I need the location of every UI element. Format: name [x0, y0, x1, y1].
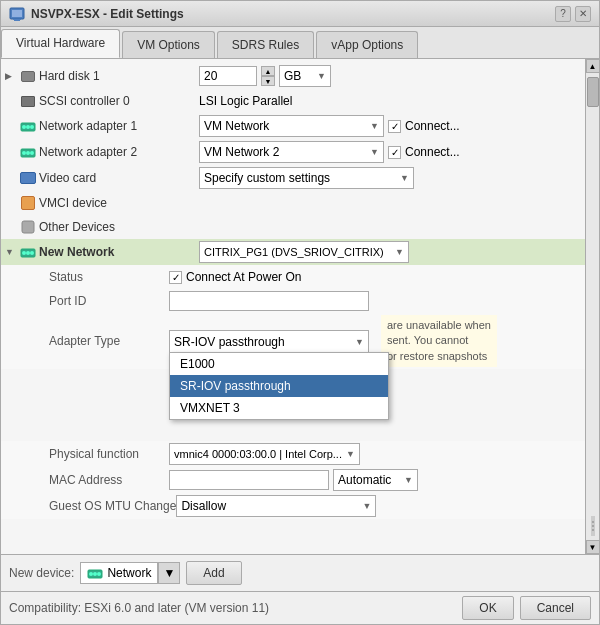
title-bar: NSVPX-ESX - Edit Settings ? ✕	[1, 1, 599, 27]
net1-select-text: VM Network	[204, 119, 269, 133]
dropdown-item-sriov[interactable]: SR-IOV passthrough	[170, 375, 388, 397]
hard-disk-expand[interactable]: ▶	[5, 71, 19, 81]
net2-select[interactable]: VM Network 2 ▼	[199, 141, 384, 163]
mac-addr-sub-row: MAC Address Automatic ▼	[1, 467, 585, 493]
net2-connect-label: Connect...	[405, 145, 460, 159]
net1-select[interactable]: VM Network ▼	[199, 115, 384, 137]
physical-fn-text: vmnic4 0000:03:00.0 | Intel Corp...	[174, 448, 342, 460]
mac-addr-value: Automatic ▼	[169, 469, 581, 491]
svg-point-18	[89, 572, 93, 576]
adapter-type-arrow: ▼	[355, 337, 364, 347]
svg-point-7	[30, 125, 34, 129]
scroll-thumb[interactable]	[587, 77, 599, 107]
svg-point-11	[30, 151, 34, 155]
guest-mtu-select[interactable]: Disallow ▼	[176, 495, 376, 517]
add-button[interactable]: Add	[186, 561, 241, 585]
svg-rect-2	[13, 19, 21, 20]
net1-checkbox[interactable]: ✓	[388, 120, 401, 133]
svg-rect-3	[14, 20, 20, 21]
window-icon	[9, 6, 25, 22]
hard-disk-input[interactable]	[199, 66, 257, 86]
guest-mtu-arrow: ▼	[362, 501, 371, 511]
scrollbar[interactable]: ▲ ▼	[585, 59, 599, 554]
unit-arrow-icon: ▼	[317, 71, 326, 81]
dropdown-item-e1000[interactable]: E1000	[170, 353, 388, 375]
new-device-dropdown-arrow[interactable]: ▼	[158, 563, 179, 583]
scroll-up-button[interactable]: ▲	[586, 59, 600, 73]
mac-mode-text: Automatic	[338, 473, 391, 487]
tab-vm-options[interactable]: VM Options	[122, 31, 215, 58]
net1-connect-label: Connect...	[405, 119, 460, 133]
tab-virtual-hardware[interactable]: Virtual Hardware	[1, 29, 120, 58]
adapter-type-select[interactable]: SR-IOV passthrough ▼	[169, 330, 369, 352]
adapter-type-sub-row: Adapter Type SR-IOV passthrough ▼ E1000 …	[1, 313, 585, 369]
help-button[interactable]: ?	[555, 6, 571, 22]
mac-addr-input[interactable]	[169, 470, 329, 490]
resize-handle[interactable]	[591, 516, 595, 536]
video-value: Specify custom settings ▼	[199, 167, 581, 189]
mac-mode-select[interactable]: Automatic ▼	[333, 469, 418, 491]
net1-connect: ✓ Connect...	[388, 119, 460, 133]
svg-point-16	[30, 251, 34, 255]
dropdown-arrow-icon: ▼	[163, 566, 175, 580]
port-id-value	[169, 291, 581, 311]
video-select[interactable]: Specify custom settings ▼	[199, 167, 414, 189]
tab-vapp-options[interactable]: vApp Options	[316, 31, 418, 58]
new-network-select[interactable]: CITRIX_PG1 (DVS_SRIOV_CITRIX) ▼	[199, 241, 409, 263]
hard-disk-unit[interactable]: GB ▼	[279, 65, 331, 87]
guest-mtu-sub-row: Guest OS MTU Change Disallow ▼	[1, 493, 585, 519]
vmci-row: VMCI device	[1, 191, 585, 215]
net-adapter-2-row: Network adapter 2 VM Network 2 ▼ ✓ Conne…	[1, 139, 585, 165]
net1-value: VM Network ▼ ✓ Connect...	[199, 115, 581, 137]
status-checkbox-label: Connect At Power On	[186, 270, 301, 284]
physical-fn-select[interactable]: vmnic4 0000:03:00.0 | Intel Corp... ▼	[169, 443, 360, 465]
new-device-select[interactable]: Network ▼	[80, 562, 180, 584]
window-title: NSVPX-ESX - Edit Settings	[31, 7, 184, 21]
net2-select-text: VM Network 2	[204, 145, 279, 159]
hard-disk-row: ▶ Hard disk 1 ▲ ▼ GB ▼	[1, 63, 585, 89]
net2-icon	[19, 144, 37, 160]
scsi-value-text: LSI Logic Parallel	[199, 94, 292, 108]
adapter-type-label: Adapter Type	[49, 334, 169, 348]
net1-select-arrow: ▼	[370, 121, 379, 131]
port-id-input[interactable]	[169, 291, 369, 311]
net2-checkbox[interactable]: ✓	[388, 146, 401, 159]
new-network-arrow: ▼	[395, 247, 404, 257]
scroll-down-button[interactable]: ▼	[586, 540, 600, 554]
status-bar: Compatibility: ESXi 6.0 and later (VM ve…	[1, 591, 599, 624]
guest-mtu-text: Disallow	[181, 499, 226, 513]
net1-label: Network adapter 1	[39, 119, 199, 133]
net1-icon	[19, 118, 37, 134]
status-checkbox[interactable]: ✓	[169, 271, 182, 284]
close-button[interactable]: ✕	[575, 6, 591, 22]
new-device-icon-area: Network	[81, 563, 158, 583]
action-buttons: OK Cancel	[462, 596, 591, 620]
new-device-label: New device:	[9, 566, 74, 580]
net2-value: VM Network 2 ▼ ✓ Connect...	[199, 141, 581, 163]
dropdown-item-vmxnet3[interactable]: VMXNET 3	[170, 397, 388, 419]
spinner-down[interactable]: ▼	[261, 76, 275, 86]
net2-select-arrow: ▼	[370, 147, 379, 157]
scroll-track	[586, 73, 599, 512]
edit-settings-window: NSVPX-ESX - Edit Settings ? ✕ Virtual Ha…	[0, 0, 600, 625]
other-label: Other Devices	[39, 220, 199, 234]
new-network-expand[interactable]: ▼	[5, 247, 19, 257]
scsi-label: SCSI controller 0	[39, 94, 199, 108]
spinner-up[interactable]: ▲	[261, 66, 275, 76]
cancel-button[interactable]: Cancel	[520, 596, 591, 620]
mac-addr-label: MAC Address	[49, 473, 169, 487]
ok-button[interactable]: OK	[462, 596, 513, 620]
footer-bar: New device: Network ▼ Add	[1, 554, 599, 591]
adapter-type-text: SR-IOV passthrough	[174, 335, 285, 349]
tab-sdrs-rules[interactable]: SDRS Rules	[217, 31, 314, 58]
physical-fn-sub-row: Physical function vmnic4 0000:03:00.0 | …	[1, 441, 585, 467]
status-label: Status	[49, 270, 169, 284]
scsi-value: LSI Logic Parallel	[199, 94, 581, 108]
status-sub-row: Status ✓ Connect At Power On	[1, 265, 585, 289]
adapter-type-dropdown: E1000 SR-IOV passthrough VMXNET 3	[169, 352, 389, 420]
hard-disk-spinner: ▲ ▼	[261, 66, 275, 86]
svg-point-14	[22, 251, 26, 255]
new-network-row: ▼ New Network CITRIX_PG1 (DVS_SRIOV_CITR…	[1, 239, 585, 265]
video-icon	[19, 170, 37, 186]
adapter-info-panel: are unavailable whensent. You cannotor r…	[381, 315, 497, 367]
